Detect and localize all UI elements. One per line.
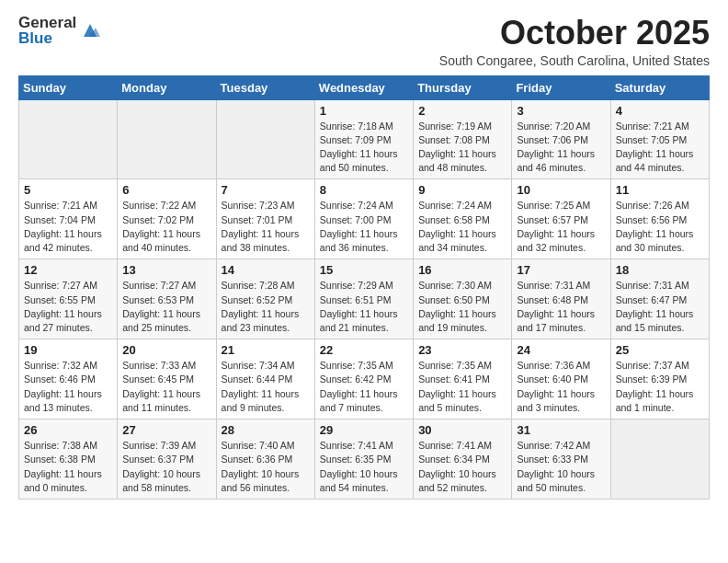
calendar-cell-w1-d3 (216, 99, 314, 179)
logo-general: General (18, 15, 76, 30)
col-wednesday: Wednesday (314, 75, 413, 99)
day-info: Sunrise: 7:23 AMSunset: 7:01 PMDaylight:… (222, 199, 310, 255)
day-info: Sunrise: 7:24 AMSunset: 7:00 PMDaylight:… (320, 199, 408, 255)
calendar-cell-w1-d1 (19, 99, 118, 179)
calendar-cell-w5-d7 (610, 419, 709, 500)
title-block: October 2025 South Congaree, South Carol… (439, 15, 710, 68)
day-info: Sunrise: 7:31 AMSunset: 6:47 PMDaylight:… (616, 279, 704, 335)
day-number: 7 (222, 183, 310, 197)
day-info: Sunrise: 7:21 AMSunset: 7:04 PMDaylight:… (24, 199, 112, 255)
col-thursday: Thursday (414, 75, 512, 99)
calendar-cell-w2-d1: 5Sunrise: 7:21 AMSunset: 7:04 PMDaylight… (19, 179, 118, 259)
calendar-week-5: 26Sunrise: 7:38 AMSunset: 6:38 PMDayligh… (19, 419, 710, 500)
day-number: 21 (222, 343, 310, 357)
calendar-week-1: 1Sunrise: 7:18 AMSunset: 7:09 PMDaylight… (19, 99, 710, 179)
day-info: Sunrise: 7:26 AMSunset: 6:56 PMDaylight:… (616, 199, 704, 255)
day-number: 26 (24, 423, 112, 437)
page: General Blue October 2025 South Congaree… (0, 0, 728, 514)
day-info: Sunrise: 7:24 AMSunset: 6:58 PMDaylight:… (418, 199, 506, 255)
calendar-cell-w2-d6: 10Sunrise: 7:25 AMSunset: 6:57 PMDayligh… (512, 179, 610, 259)
day-number: 6 (122, 183, 210, 197)
calendar-cell-w1-d2 (118, 99, 216, 179)
day-number: 11 (616, 183, 704, 197)
day-number: 14 (222, 263, 310, 277)
day-info: Sunrise: 7:35 AMSunset: 6:42 PMDaylight:… (320, 359, 408, 415)
day-info: Sunrise: 7:20 AMSunset: 7:06 PMDaylight:… (517, 120, 605, 176)
logo-icon (80, 20, 100, 40)
calendar-cell-w5-d2: 27Sunrise: 7:39 AMSunset: 6:37 PMDayligh… (118, 419, 216, 500)
calendar-cell-w4-d1: 19Sunrise: 7:32 AMSunset: 6:46 PMDayligh… (19, 339, 118, 419)
day-number: 3 (517, 104, 605, 118)
calendar-cell-w2-d7: 11Sunrise: 7:26 AMSunset: 6:56 PMDayligh… (610, 179, 709, 259)
day-number: 18 (616, 263, 704, 277)
day-number: 31 (517, 423, 605, 437)
logo: General Blue (18, 15, 100, 46)
day-number: 17 (517, 263, 605, 277)
day-info: Sunrise: 7:29 AMSunset: 6:51 PMDaylight:… (320, 279, 408, 335)
calendar-cell-w4-d4: 22Sunrise: 7:35 AMSunset: 6:42 PMDayligh… (314, 339, 413, 419)
col-monday: Monday (118, 75, 216, 99)
day-info: Sunrise: 7:40 AMSunset: 6:36 PMDaylight:… (222, 439, 310, 495)
col-tuesday: Tuesday (216, 75, 314, 99)
calendar-week-3: 12Sunrise: 7:27 AMSunset: 6:55 PMDayligh… (19, 259, 710, 339)
calendar-cell-w2-d3: 7Sunrise: 7:23 AMSunset: 7:01 PMDaylight… (216, 179, 314, 259)
day-number: 8 (320, 183, 408, 197)
day-info: Sunrise: 7:21 AMSunset: 7:05 PMDaylight:… (616, 120, 704, 176)
calendar-cell-w4-d3: 21Sunrise: 7:34 AMSunset: 6:44 PMDayligh… (216, 339, 314, 419)
calendar-cell-w2-d4: 8Sunrise: 7:24 AMSunset: 7:00 PMDaylight… (314, 179, 413, 259)
month-title: October 2025 (439, 15, 710, 52)
calendar-cell-w2-d5: 9Sunrise: 7:24 AMSunset: 6:58 PMDaylight… (414, 179, 512, 259)
day-number: 27 (122, 423, 210, 437)
day-info: Sunrise: 7:35 AMSunset: 6:41 PMDaylight:… (418, 359, 506, 415)
day-number: 13 (122, 263, 210, 277)
day-number: 23 (418, 343, 506, 357)
calendar-cell-w2-d2: 6Sunrise: 7:22 AMSunset: 7:02 PMDaylight… (118, 179, 216, 259)
calendar-cell-w5-d4: 29Sunrise: 7:41 AMSunset: 6:35 PMDayligh… (314, 419, 413, 500)
day-number: 4 (616, 104, 704, 118)
calendar-cell-w3-d7: 18Sunrise: 7:31 AMSunset: 6:47 PMDayligh… (610, 259, 709, 339)
calendar-cell-w3-d3: 14Sunrise: 7:28 AMSunset: 6:52 PMDayligh… (216, 259, 314, 339)
day-info: Sunrise: 7:33 AMSunset: 6:45 PMDaylight:… (122, 359, 210, 415)
day-info: Sunrise: 7:30 AMSunset: 6:50 PMDaylight:… (418, 279, 506, 335)
location-subtitle: South Congaree, South Carolina, United S… (439, 53, 710, 68)
logo-blue: Blue (18, 30, 76, 46)
calendar-cell-w1-d4: 1Sunrise: 7:18 AMSunset: 7:09 PMDaylight… (314, 99, 413, 179)
calendar-week-4: 19Sunrise: 7:32 AMSunset: 6:46 PMDayligh… (19, 339, 710, 419)
calendar-cell-w1-d5: 2Sunrise: 7:19 AMSunset: 7:08 PMDaylight… (414, 99, 512, 179)
calendar-cell-w4-d6: 24Sunrise: 7:36 AMSunset: 6:40 PMDayligh… (512, 339, 610, 419)
calendar-cell-w3-d2: 13Sunrise: 7:27 AMSunset: 6:53 PMDayligh… (118, 259, 216, 339)
day-number: 9 (418, 183, 506, 197)
calendar-cell-w1-d6: 3Sunrise: 7:20 AMSunset: 7:06 PMDaylight… (512, 99, 610, 179)
day-info: Sunrise: 7:22 AMSunset: 7:02 PMDaylight:… (122, 199, 210, 255)
day-number: 25 (616, 343, 704, 357)
calendar-cell-w5-d1: 26Sunrise: 7:38 AMSunset: 6:38 PMDayligh… (19, 419, 118, 500)
day-info: Sunrise: 7:34 AMSunset: 6:44 PMDaylight:… (222, 359, 310, 415)
day-number: 10 (517, 183, 605, 197)
col-friday: Friday (512, 75, 610, 99)
day-info: Sunrise: 7:25 AMSunset: 6:57 PMDaylight:… (517, 199, 605, 255)
day-number: 30 (418, 423, 506, 437)
day-info: Sunrise: 7:32 AMSunset: 6:46 PMDaylight:… (24, 359, 112, 415)
calendar-cell-w4-d7: 25Sunrise: 7:37 AMSunset: 6:39 PMDayligh… (610, 339, 709, 419)
day-info: Sunrise: 7:18 AMSunset: 7:09 PMDaylight:… (320, 120, 408, 176)
day-info: Sunrise: 7:19 AMSunset: 7:08 PMDaylight:… (418, 120, 506, 176)
day-number: 29 (320, 423, 408, 437)
day-info: Sunrise: 7:27 AMSunset: 6:55 PMDaylight:… (24, 279, 112, 335)
logo-text: General Blue (18, 15, 76, 46)
day-info: Sunrise: 7:36 AMSunset: 6:40 PMDaylight:… (517, 359, 605, 415)
day-number: 24 (517, 343, 605, 357)
calendar-cell-w3-d6: 17Sunrise: 7:31 AMSunset: 6:48 PMDayligh… (512, 259, 610, 339)
calendar-week-2: 5Sunrise: 7:21 AMSunset: 7:04 PMDaylight… (19, 179, 710, 259)
calendar-cell-w3-d4: 15Sunrise: 7:29 AMSunset: 6:51 PMDayligh… (314, 259, 413, 339)
col-saturday: Saturday (610, 75, 709, 99)
day-number: 16 (418, 263, 506, 277)
header: General Blue October 2025 South Congaree… (18, 15, 710, 68)
day-info: Sunrise: 7:42 AMSunset: 6:33 PMDaylight:… (517, 439, 605, 495)
calendar-cell-w5-d6: 31Sunrise: 7:42 AMSunset: 6:33 PMDayligh… (512, 419, 610, 500)
day-info: Sunrise: 7:28 AMSunset: 6:52 PMDaylight:… (222, 279, 310, 335)
day-info: Sunrise: 7:39 AMSunset: 6:37 PMDaylight:… (122, 439, 210, 495)
col-sunday: Sunday (19, 75, 118, 99)
day-info: Sunrise: 7:37 AMSunset: 6:39 PMDaylight:… (616, 359, 704, 415)
day-number: 20 (122, 343, 210, 357)
day-number: 15 (320, 263, 408, 277)
